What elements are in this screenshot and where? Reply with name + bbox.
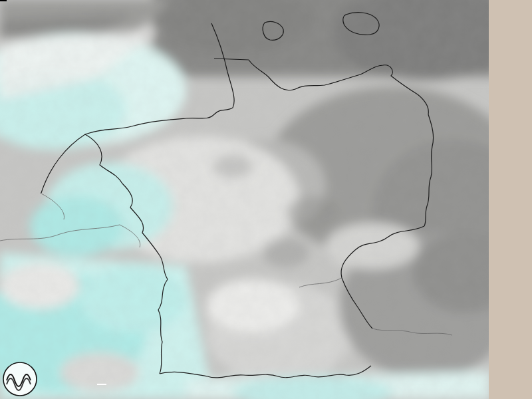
- attribution: [97, 384, 106, 385]
- metmaps-logo: [1, 360, 39, 399]
- logo-circle: [3, 362, 37, 396]
- weather-map-app: [0, 0, 532, 399]
- map-overlay: [0, 0, 532, 399]
- map-title: [0, 0, 7, 1]
